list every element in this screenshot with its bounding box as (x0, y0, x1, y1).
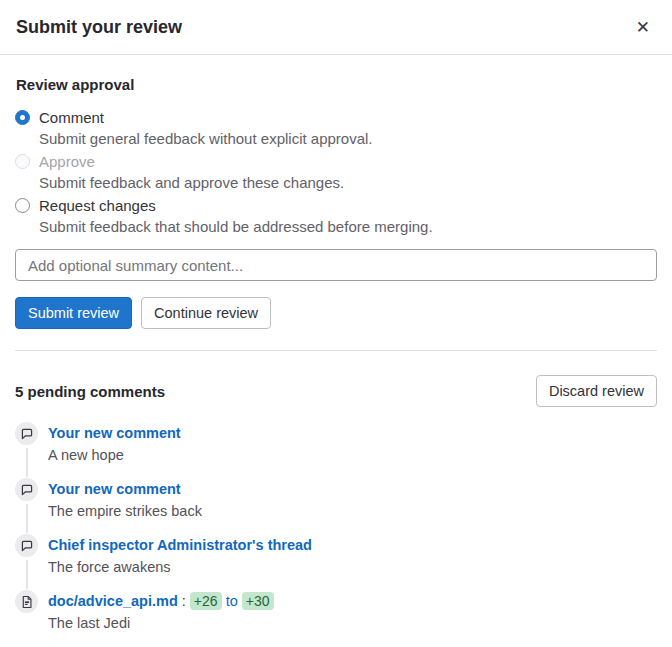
list-item: Chief inspector Administrator's thread T… (15, 534, 657, 590)
review-actions: Submit review Continue review (15, 297, 657, 329)
to-label: to (226, 593, 238, 609)
radio-label-comment[interactable]: Comment (39, 107, 104, 128)
comment-subtitle: The force awakens (48, 556, 312, 578)
radio-option-comment: Comment Submit general feedback without … (15, 107, 657, 149)
file-comment-title: doc/advice_api.md : +26 to +30 (48, 590, 274, 612)
radio-button-request-changes[interactable] (15, 198, 30, 213)
comment-icon (15, 422, 38, 445)
continue-review-button[interactable]: Continue review (141, 297, 271, 329)
comment-item-body: Chief inspector Administrator's thread T… (48, 534, 312, 578)
dialog-title: Submit your review (16, 17, 182, 38)
dialog-content: Review approval Comment Submit general f… (0, 76, 672, 646)
list-item: doc/advice_api.md : +26 to +30 The last … (15, 590, 657, 646)
list-item: Your new comment A new hope (15, 422, 657, 478)
line-from-badge: +26 (190, 592, 222, 610)
review-approval-radio-group: Comment Submit general feedback without … (15, 107, 657, 237)
radio-description-approve: Submit feedback and approve these change… (39, 172, 657, 193)
summary-input[interactable] (15, 249, 657, 281)
file-item-body: doc/advice_api.md : +26 to +30 The last … (48, 590, 274, 634)
pending-comments-header: 5 pending comments Discard review (15, 375, 657, 407)
radio-row-comment[interactable]: Comment (15, 107, 657, 128)
colon-separator: : (182, 593, 186, 609)
comment-subtitle: The last Jedi (48, 612, 274, 634)
radio-option-request-changes: Request changes Submit feedback that sho… (15, 195, 657, 237)
submit-review-button[interactable]: Submit review (15, 297, 132, 329)
comment-link[interactable]: Your new comment (48, 478, 202, 500)
discard-review-button[interactable]: Discard review (536, 375, 657, 407)
list-item: Your new comment The empire strikes back (15, 478, 657, 534)
comment-subtitle: The empire strikes back (48, 500, 202, 522)
comment-link[interactable]: Chief inspector Administrator's thread (48, 534, 312, 556)
radio-option-approve: Approve Submit feedback and approve thes… (15, 151, 657, 193)
radio-row-request-changes[interactable]: Request changes (15, 195, 657, 216)
radio-description-request-changes: Submit feedback that should be addressed… (39, 216, 657, 237)
comment-subtitle: A new hope (48, 444, 181, 466)
review-approval-heading: Review approval (16, 76, 657, 93)
comment-icon (15, 534, 38, 557)
comment-item-body: Your new comment The empire strikes back (48, 478, 202, 522)
radio-description-comment: Submit general feedback without explicit… (39, 128, 657, 149)
comment-icon (15, 478, 38, 501)
pending-comments-list: Your new comment A new hope Your new com… (15, 422, 657, 646)
radio-button-comment[interactable] (15, 110, 30, 125)
dialog-header: Submit your review ✕ (0, 0, 672, 55)
file-link[interactable]: doc/advice_api.md (48, 593, 178, 609)
section-divider (15, 350, 657, 351)
radio-row-approve: Approve (15, 151, 657, 172)
radio-label-approve: Approve (39, 151, 95, 172)
file-icon (15, 590, 38, 613)
close-icon[interactable]: ✕ (630, 17, 656, 38)
radio-button-approve (15, 154, 30, 169)
line-to-badge: +30 (242, 592, 274, 610)
pending-comments-heading: 5 pending comments (15, 383, 165, 400)
radio-label-request-changes[interactable]: Request changes (39, 195, 156, 216)
comment-item-body: Your new comment A new hope (48, 422, 181, 466)
comment-link[interactable]: Your new comment (48, 422, 181, 444)
